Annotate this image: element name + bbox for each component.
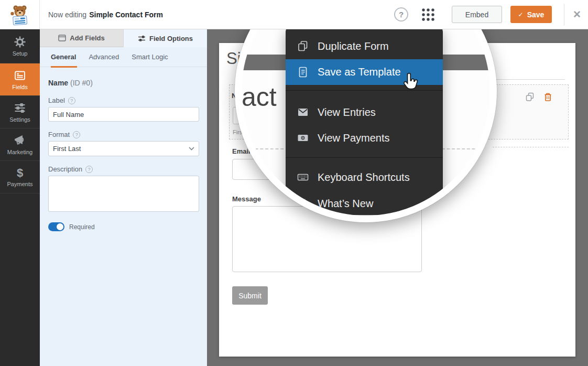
tab-field-options[interactable]: Field Options: [124, 29, 207, 47]
required-toggle[interactable]: [48, 222, 64, 231]
format-help-icon[interactable]: ?: [73, 131, 80, 138]
menu-item-view-entries[interactable]: View Entries: [286, 101, 443, 124]
keyboard-icon: [296, 171, 310, 184]
description-setting-label: Description ?: [48, 165, 199, 173]
wpforms-bear-icon: [9, 4, 30, 26]
menu-divider: [286, 157, 443, 158]
wpforms-builder: Simple Contact Form Name First: [0, 0, 588, 366]
wpforms-logo: [0, 0, 40, 29]
sidebar-item-label: Marketing: [7, 149, 32, 155]
builder-tools-menu: Duplicate Form Save as Template: [286, 26, 443, 215]
sidebar-item-label: Payments: [7, 181, 33, 187]
editing-form-name: Simple Contact Form: [89, 10, 163, 19]
message-field-label: Message: [232, 195, 261, 203]
help-button[interactable]: ?: [394, 7, 408, 21]
tab-label: Field Options: [149, 35, 193, 42]
magnified-dashed-border-right: [442, 148, 490, 149]
label-setting-label: Label ?: [48, 96, 199, 104]
question-mark-icon: ?: [399, 10, 404, 19]
menu-item-keyboard-shortcuts[interactable]: Keyboard Shortcuts: [286, 166, 443, 189]
save-as-template-icon: [296, 66, 310, 79]
sidebar-item-label: Setup: [13, 50, 28, 57]
megaphone-icon: [14, 134, 26, 147]
menu-item-label: Duplicate Form: [318, 40, 389, 52]
subtab-smart-logic[interactable]: Smart Logic: [132, 47, 168, 67]
menu-item-label: View Payments: [318, 132, 389, 144]
tab-label: Add Fields: [70, 34, 104, 42]
view-entries-envelope-icon: [296, 106, 310, 119]
builder-sidebar: Setup Fields Settings: [0, 29, 40, 366]
magnified-form-title-fragment: tact: [242, 83, 277, 111]
menu-item-duplicate-form[interactable]: Duplicate Form: [286, 35, 443, 58]
field-id: (ID #0): [70, 79, 93, 87]
format-setting-label: Format ?: [48, 131, 199, 138]
builder-top-bar: Now editing Simple Contact Form ? Embed …: [0, 0, 588, 29]
field-name: Name: [48, 79, 68, 87]
sidebar-item-settings[interactable]: Settings: [0, 96, 40, 128]
sliders-icon: [14, 102, 26, 114]
format-setting-select[interactable]: First Last: [48, 141, 199, 156]
description-help-icon[interactable]: ?: [85, 166, 93, 173]
menu-item-label: View Entries: [318, 106, 376, 119]
toggle-knob: [57, 223, 63, 230]
submit-button[interactable]: Submit: [232, 286, 268, 305]
format-selected-value: First Last: [53, 145, 81, 153]
magnifier-lens: tact Duplicate Form: [242, 0, 490, 216]
menu-item-label: Save as Template: [318, 66, 401, 78]
sidebar-item-label: Settings: [9, 116, 30, 123]
now-editing-prefix: Now editing: [48, 10, 86, 19]
menu-item-label: Keyboard Shortcuts: [318, 171, 410, 184]
dollar-icon: $: [17, 167, 23, 179]
gear-icon: [14, 36, 26, 48]
menu-item-label: What’s New: [318, 198, 373, 210]
pointer-hand-cursor: [400, 72, 420, 92]
description-setting-textarea[interactable]: [48, 176, 199, 212]
save-button[interactable]: ✓ Save: [510, 6, 552, 23]
label-setting-input[interactable]: [48, 107, 199, 122]
form-fields-icon: [14, 69, 26, 82]
duplicate-field-icon[interactable]: [523, 92, 537, 102]
subtab-general[interactable]: General: [51, 47, 76, 67]
close-icon: ✕: [573, 8, 581, 20]
topbar-divider: [564, 4, 564, 26]
subtab-advanced[interactable]: Advanced: [89, 47, 119, 67]
check-icon: ✓: [518, 11, 524, 18]
field-options-panel: Add Fields Field Options General Advance…: [40, 29, 207, 366]
magnified-dashed-border-left: [245, 148, 289, 149]
field-name-heading: Name (ID #0): [48, 79, 199, 87]
grid-dots-icon: [421, 7, 435, 22]
save-button-label: Save: [527, 10, 545, 19]
sidebar-item-setup[interactable]: Setup: [0, 29, 40, 63]
sidebar-item-payments[interactable]: $ Payments: [0, 161, 40, 193]
sidebar-item-label: Fields: [12, 84, 27, 90]
sidebar-item-marketing[interactable]: Marketing: [0, 128, 40, 161]
sidebar-item-fields[interactable]: Fields: [0, 63, 40, 96]
close-builder-button[interactable]: ✕: [570, 7, 584, 21]
required-label: Required: [69, 223, 95, 231]
title-underline: [493, 79, 565, 80]
now-editing-status: Now editing Simple Contact Form: [48, 0, 163, 29]
delete-field-trash-icon[interactable]: [541, 92, 554, 102]
view-payments-bill-icon: [296, 132, 310, 144]
field-options-icon: [138, 35, 146, 42]
tab-add-fields[interactable]: Add Fields: [40, 29, 124, 47]
chevron-down-icon: [189, 147, 194, 150]
menu-item-view-payments[interactable]: View Payments: [286, 126, 443, 149]
builder-tools-menu-button[interactable]: [420, 7, 437, 23]
add-fields-icon: [58, 35, 66, 41]
embed-button[interactable]: Embed: [452, 6, 502, 23]
label-help-icon[interactable]: ?: [68, 97, 75, 104]
field-row-dashed-edge: [493, 147, 569, 147]
duplicate-form-icon: [296, 40, 310, 52]
field-options-subtabs: General Advanced Smart Logic: [40, 47, 207, 67]
